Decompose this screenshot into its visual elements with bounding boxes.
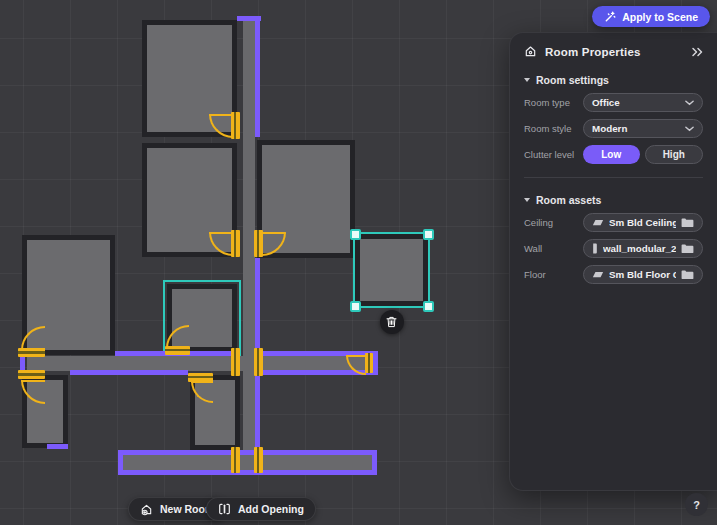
- ceiling-label: Ceiling: [524, 217, 553, 228]
- wall-segment[interactable]: [255, 16, 260, 137]
- trash-icon: [386, 316, 397, 328]
- add-opening-label: Add Opening: [238, 503, 304, 515]
- apply-to-scene-label: Apply to Scene: [622, 11, 698, 23]
- folder-icon[interactable]: [681, 218, 694, 228]
- floor-asset-row: Floor Sm Bld Floor Co…: [524, 265, 703, 284]
- clutter-low-button[interactable]: Low: [583, 145, 640, 164]
- room-type-select[interactable]: Office: [583, 93, 703, 112]
- chevrons-right-icon: [691, 47, 703, 57]
- add-opening-button[interactable]: Add Opening: [206, 497, 316, 521]
- caret-down-icon: [524, 198, 530, 202]
- wall-segment[interactable]: [255, 258, 260, 355]
- resize-handle-tr[interactable]: [423, 229, 434, 240]
- door-bar[interactable]: [254, 447, 263, 473]
- folder-icon[interactable]: [681, 244, 694, 254]
- ceiling-tile-icon: [592, 219, 604, 227]
- wall-asset-row: Wall wall_modular_2_4: [524, 239, 703, 258]
- clutter-level-row: Clutter level Low High: [524, 145, 703, 164]
- floor-tile-icon: [592, 271, 604, 279]
- room-type-row: Room type Office: [524, 93, 703, 112]
- wall-segment[interactable]: [118, 470, 377, 475]
- door-opening-icon: [218, 503, 231, 515]
- folder-icon[interactable]: [681, 270, 694, 280]
- home-icon: [524, 45, 537, 58]
- apply-to-scene-button[interactable]: Apply to Scene: [592, 6, 710, 27]
- clutter-level-label: Clutter level: [524, 149, 574, 160]
- room-style-select[interactable]: Modern: [583, 119, 703, 138]
- corridor-floor: [123, 455, 373, 471]
- door-bar[interactable]: [231, 348, 240, 376]
- ceiling-asset-picker[interactable]: Sm Bld Ceiling P…: [583, 213, 703, 232]
- wall-segment[interactable]: [47, 444, 68, 449]
- wand-icon: [604, 11, 616, 23]
- panel-divider: [524, 177, 703, 178]
- floor-asset-value: Sm Bld Floor Co…: [609, 269, 676, 280]
- wall-segment[interactable]: [118, 450, 377, 455]
- room-style-label: Room style: [524, 123, 572, 134]
- door-bar[interactable]: [231, 447, 240, 473]
- chevron-down-icon: [685, 126, 694, 132]
- collapse-panel-button[interactable]: [691, 47, 703, 57]
- wall-segment[interactable]: [255, 373, 260, 453]
- door-bar[interactable]: [365, 353, 373, 373]
- room-type-value: Office: [592, 97, 620, 108]
- section-room-assets-title: Room assets: [536, 194, 601, 206]
- house-plus-icon: [140, 503, 153, 516]
- panel-title: Room Properties: [545, 46, 641, 58]
- door-bar[interactable]: [254, 348, 263, 376]
- floor-asset-picker[interactable]: Sm Bld Floor Co…: [583, 265, 703, 284]
- room-properties-panel: Room Properties Room settings Room type …: [509, 32, 717, 491]
- section-room-settings[interactable]: Room settings: [524, 74, 703, 86]
- room-style-value: Modern: [592, 123, 627, 134]
- room-style-row: Room style Modern: [524, 119, 703, 138]
- floor-label: Floor: [524, 269, 546, 280]
- delete-room-button[interactable]: [380, 310, 404, 334]
- door-bar[interactable]: [18, 370, 45, 379]
- section-room-settings-title: Room settings: [536, 74, 609, 86]
- clutter-high-button[interactable]: High: [645, 145, 704, 164]
- corridor-floor: [27, 356, 375, 371]
- room-type-label: Room type: [524, 97, 570, 108]
- section-room-assets[interactable]: Room assets: [524, 194, 703, 206]
- wall-slab-icon: [592, 243, 598, 254]
- wall-asset-value: wall_modular_2_4: [603, 243, 676, 254]
- wall-segment[interactable]: [372, 450, 377, 475]
- panel-header: Room Properties: [524, 45, 703, 58]
- selection-outline: [353, 232, 430, 308]
- caret-down-icon: [524, 78, 530, 82]
- ceiling-asset-row: Ceiling Sm Bld Ceiling P…: [524, 213, 703, 232]
- wall-segment[interactable]: [70, 370, 188, 375]
- chevron-down-icon: [685, 100, 694, 106]
- wall-asset-picker[interactable]: wall_modular_2_4: [583, 239, 703, 258]
- resize-handle-tl[interactable]: [350, 229, 361, 240]
- ceiling-asset-value: Sm Bld Ceiling P…: [609, 217, 676, 228]
- resize-handle-br[interactable]: [423, 301, 434, 312]
- question-icon: ?: [693, 499, 700, 511]
- clutter-level-toggle: Low High: [583, 145, 703, 164]
- help-button[interactable]: ?: [685, 493, 708, 516]
- wall-label: Wall: [524, 243, 542, 254]
- resize-handle-bl[interactable]: [350, 301, 361, 312]
